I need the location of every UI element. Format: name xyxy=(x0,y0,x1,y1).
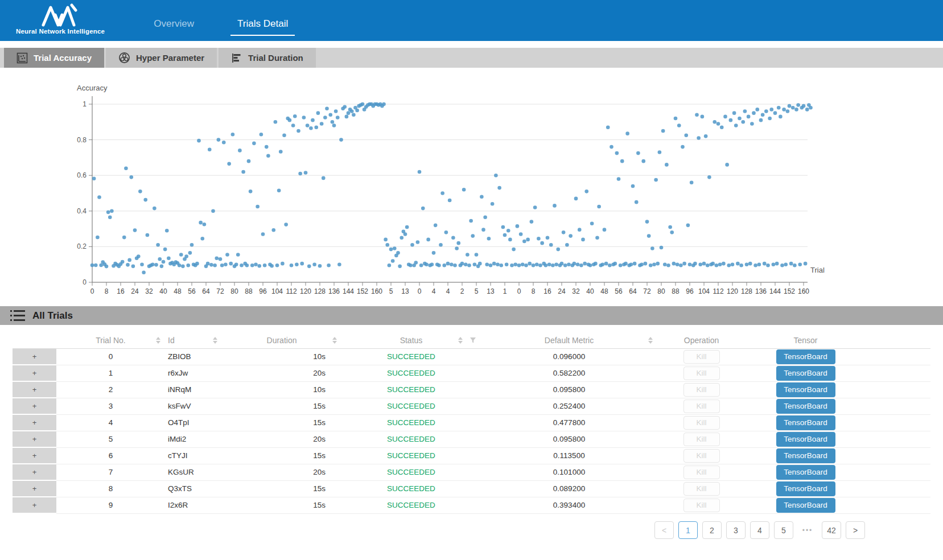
tensorboard-button[interactable]: TensorBoard xyxy=(776,498,835,513)
scatter-point xyxy=(747,115,751,119)
scatter-point xyxy=(94,263,98,267)
next-page-button[interactable]: > xyxy=(846,521,865,539)
x-tick-label: 128 xyxy=(314,287,326,295)
scatter-point xyxy=(282,133,286,137)
expand-row-button[interactable]: + xyxy=(13,381,56,398)
page-button-2[interactable]: 2 xyxy=(702,521,722,539)
tab-hyper-parameter[interactable]: Hyper Parameter xyxy=(106,48,217,68)
default-metric-cell: 0.096000 xyxy=(481,348,657,365)
page-button-1[interactable]: 1 xyxy=(678,521,698,539)
page-ellipsis[interactable]: ••• xyxy=(798,521,817,539)
scatter-point xyxy=(722,262,726,266)
scatter-point xyxy=(595,236,599,240)
scatter-point xyxy=(674,117,678,121)
scatter-point xyxy=(105,265,109,269)
kill-button[interactable]: Kill xyxy=(683,383,720,397)
scatter-point xyxy=(485,262,489,266)
scatter-point xyxy=(336,116,340,120)
expand-row-button[interactable]: + xyxy=(13,348,56,365)
scatter-point xyxy=(537,237,541,241)
sort-trial-no[interactable] xyxy=(156,337,160,344)
scatter-point xyxy=(361,102,365,106)
status-badge: SUCCEEDED xyxy=(387,484,435,493)
x-tick-label: 0 xyxy=(90,287,94,295)
scatter-point xyxy=(220,263,224,267)
tensorboard-button[interactable]: TensorBoard xyxy=(776,465,835,480)
kill-button[interactable]: Kill xyxy=(683,433,720,446)
x-tick-label: 88 xyxy=(672,287,680,295)
tensorboard-button[interactable]: TensorBoard xyxy=(776,382,835,397)
expand-row-button[interactable]: + xyxy=(13,464,56,480)
tab-trial-duration[interactable]: Trial Duration xyxy=(219,48,316,68)
expand-row-button[interactable]: + xyxy=(13,447,56,464)
expand-row-button[interactable]: + xyxy=(13,398,56,414)
scatter-point xyxy=(236,253,240,257)
x-tick-label: 48 xyxy=(600,287,608,295)
scatter-point xyxy=(677,123,681,127)
x-tick-label: 4 xyxy=(432,287,436,295)
scatter-point xyxy=(277,189,281,193)
tensorboard-button[interactable]: TensorBoard xyxy=(776,432,835,447)
col-trial-no-label: Trial No. xyxy=(96,336,125,345)
default-metric-cell: 0.477800 xyxy=(481,414,657,431)
x-tick-label: 72 xyxy=(216,287,224,295)
scatter-point xyxy=(739,263,743,267)
scatter-point xyxy=(219,257,223,261)
scatter-point xyxy=(334,109,338,113)
scatter-point xyxy=(143,198,147,202)
tensorboard-button[interactable]: TensorBoard xyxy=(776,366,835,381)
kill-button[interactable]: Kill xyxy=(683,350,720,364)
scatter-point xyxy=(713,120,716,124)
scatter-point xyxy=(487,237,491,241)
kill-button[interactable]: Kill xyxy=(683,449,720,463)
x-tick-label: 16 xyxy=(117,287,125,295)
expand-row-button[interactable]: + xyxy=(13,365,56,381)
nni-logo[interactable]: Neural Network Intelligence xyxy=(16,3,105,35)
expand-row-button[interactable]: + xyxy=(13,497,56,513)
tensorboard-button[interactable]: TensorBoard xyxy=(776,448,835,463)
scatter-point xyxy=(695,113,699,117)
page-button-5[interactable]: 5 xyxy=(774,521,793,539)
tensorboard-button[interactable]: TensorBoard xyxy=(776,399,835,414)
scatter-point xyxy=(505,262,509,266)
page-button-4[interactable]: 4 xyxy=(750,521,769,539)
x-tick-label: 128 xyxy=(741,287,752,295)
trial-row: +3ksFwV15sSUCCEEDED0.252400KillTensorBoa… xyxy=(13,398,930,414)
scatter-point xyxy=(633,262,637,266)
expand-row-button[interactable]: + xyxy=(13,414,56,431)
sort-default-metric[interactable] xyxy=(648,337,653,344)
table-header-row: Trial No. Id Duration Status Default Met… xyxy=(13,333,930,348)
scatter-point xyxy=(706,263,710,267)
page-button-3[interactable]: 3 xyxy=(726,521,746,539)
kill-button[interactable]: Kill xyxy=(683,367,720,380)
sort-id[interactable] xyxy=(213,337,217,344)
kill-button[interactable]: Kill xyxy=(683,499,720,512)
tensorboard-button[interactable]: TensorBoard xyxy=(776,349,835,364)
expand-row-button[interactable]: + xyxy=(13,480,56,497)
accuracy-scatter-plot[interactable]: Trial 00.20.40.60.8108162432404856647280… xyxy=(0,68,943,304)
default-metric-cell: 0.089200 xyxy=(481,480,657,497)
nav-tab-overview[interactable]: Overview xyxy=(147,15,201,36)
nav-tab-trials-detail[interactable]: Trials Detail xyxy=(230,15,295,36)
filter-icon[interactable] xyxy=(470,337,476,344)
tensorboard-button[interactable]: TensorBoard xyxy=(776,415,835,430)
kill-button[interactable]: Kill xyxy=(683,482,720,496)
kill-button[interactable]: Kill xyxy=(683,416,720,430)
scatter-point xyxy=(793,263,797,267)
sort-status[interactable] xyxy=(458,337,463,344)
tensorboard-button[interactable]: TensorBoard xyxy=(776,481,835,496)
kill-button[interactable]: Kill xyxy=(683,466,720,479)
scatter-point xyxy=(679,263,683,267)
tab-trial-accuracy[interactable]: Trial Accuracy xyxy=(4,48,104,68)
page-button-42[interactable]: 42 xyxy=(822,521,841,539)
scatter-point xyxy=(466,253,470,257)
scatter-point xyxy=(556,248,560,252)
prev-page-button[interactable]: < xyxy=(654,521,674,539)
expand-row-button[interactable]: + xyxy=(13,431,56,447)
trial-row: +5iMdi220sSUCCEEDED0.095800KillTensorBoa… xyxy=(13,431,930,447)
scatter-point xyxy=(501,225,505,229)
sort-duration[interactable] xyxy=(332,337,337,344)
scatter-point xyxy=(179,253,183,257)
kill-button[interactable]: Kill xyxy=(683,400,720,413)
scatter-point xyxy=(805,108,809,112)
